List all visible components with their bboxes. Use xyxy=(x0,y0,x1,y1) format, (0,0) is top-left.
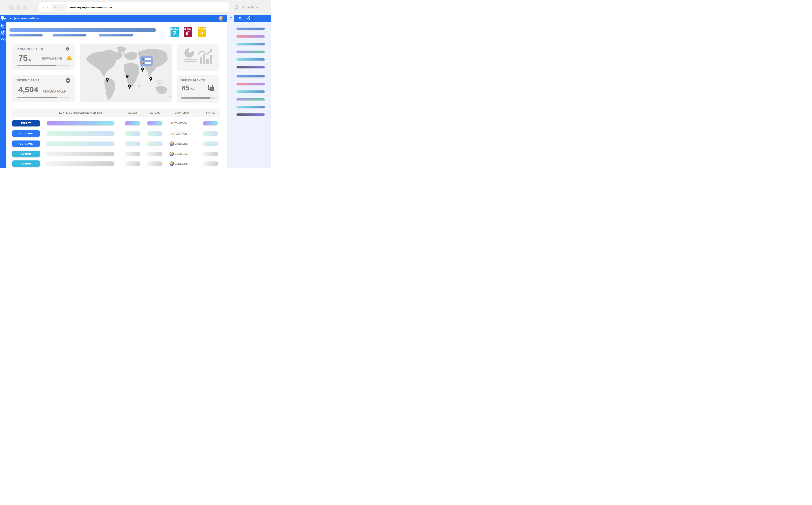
tab-edit[interactable] xyxy=(245,15,252,22)
sdg-badge-7[interactable]: 7AFFORDABLE AND CLEAN ENERGY xyxy=(198,27,206,37)
documents-add-icon[interactable] xyxy=(208,85,215,93)
row-avatar xyxy=(169,142,174,146)
updated-by-cell: JANE DOE xyxy=(169,141,202,147)
sidebar-profile-button[interactable] xyxy=(1,30,5,35)
row-level-pill[interactable]: OUTCOME xyxy=(12,130,40,137)
table-row: OUTPUTJOHN DOE xyxy=(6,151,271,157)
sidebar-divider xyxy=(1,36,6,37)
svg-text:TM: TM xyxy=(5,16,6,16)
table-row: OUTCOMEJANE DOE xyxy=(6,141,271,147)
kpi-placeholder-bar xyxy=(47,121,114,125)
table-row: OUTPUTJANE DOE xyxy=(6,160,271,167)
actual-pill xyxy=(147,161,162,166)
sdg-label: AFFORDABLE AND CLEAN ENERGY xyxy=(201,28,206,31)
sdg-goal-icon xyxy=(199,31,204,36)
col-header-updated-by: UPDATED BY xyxy=(171,109,194,117)
beneficiaries-title: BENEFICIARIES xyxy=(17,79,39,82)
sidebar-messages-button[interactable] xyxy=(1,38,6,42)
back-icon[interactable]: ‹ xyxy=(42,5,45,9)
due-diligence-value: 85 % xyxy=(182,84,194,92)
due-diligence-title: DUE DILIGENCE xyxy=(181,79,205,82)
col-header-target: TARGET xyxy=(126,109,140,117)
due-diligence-progress xyxy=(181,98,215,99)
page-title: Project Level Dashboard xyxy=(10,15,41,22)
updated-by-cell: AUTOMATION xyxy=(169,120,202,127)
target-pill xyxy=(125,152,140,156)
sdg-number: 8 xyxy=(184,28,186,30)
skeleton-sub-bar xyxy=(9,34,43,36)
browser-bar: ‹ › https:// www.mysuperhumanrace.com Ho… xyxy=(0,0,271,15)
row-level-pill[interactable]: OUTPUT xyxy=(12,151,40,157)
skeleton-sub-bar xyxy=(99,34,133,36)
skeleton-sub-bar xyxy=(52,34,86,36)
kpi-table-header: KEY PERFORMANCE INDICATOR (KPI) TARGET A… xyxy=(12,109,220,117)
skeleton-title-bar xyxy=(9,28,156,32)
charts-placeholder-graphic xyxy=(177,44,219,71)
protocol-chip: https:// xyxy=(51,4,66,11)
col-header-kpi: KEY PERFORMANCE INDICATOR (KPI) xyxy=(50,109,111,117)
status-pill xyxy=(203,121,218,125)
updated-by-cell: JANE DOE xyxy=(169,160,202,167)
row-level-pill[interactable]: OUTPUT xyxy=(12,160,40,167)
updated-by-name: JOHN DOE xyxy=(175,152,188,156)
sdg-number: 7 xyxy=(198,28,200,30)
status-pill xyxy=(203,152,218,156)
window-dot-2[interactable] xyxy=(16,5,20,10)
view-eye-icon[interactable] xyxy=(65,47,70,51)
due-diligence-card: DUE DILIGENCE 85 % xyxy=(177,75,219,103)
gear-icon xyxy=(238,16,242,21)
actual-pill xyxy=(147,152,162,156)
sdg-badge-8[interactable]: 8DECENT WORK AND ECONOMIC GROWTH xyxy=(184,27,192,37)
row-level-pill[interactable]: IMPACT xyxy=(12,120,40,127)
sidebar-divider xyxy=(1,22,6,23)
panel-skeleton-bar xyxy=(237,43,265,45)
charts-placeholder-card[interactable] xyxy=(177,44,219,71)
logo-birds[interactable]: TM xyxy=(0,15,6,22)
status-pill xyxy=(203,161,218,166)
row-level-pill[interactable]: OUTCOME xyxy=(12,141,40,147)
add-record-button[interactable]: + xyxy=(65,78,71,83)
main-content: 6CLEAN WATER AND SANITATION8DECENT WORK … xyxy=(6,22,227,168)
sdg-label: CLEAN WATER AND SANITATION xyxy=(174,28,178,31)
forward-icon[interactable]: › xyxy=(46,5,49,9)
project-health-value: 75% xyxy=(18,53,31,63)
reload-icon[interactable] xyxy=(234,5,239,9)
screen: ‹ › https:// www.mysuperhumanrace.com Ho… xyxy=(0,0,271,168)
status-pill xyxy=(203,142,218,146)
tooltip-text-line xyxy=(145,58,151,59)
table-row: IMPACTAUTOMATION xyxy=(6,120,271,127)
kpi-placeholder-bar xyxy=(47,142,114,146)
left-sidebar: TM xyxy=(0,15,6,168)
target-pill xyxy=(125,142,140,146)
header-separator xyxy=(244,16,244,21)
map-pin[interactable] xyxy=(149,77,152,81)
tab-view[interactable] xyxy=(227,15,234,22)
tooltip-avatar xyxy=(141,61,144,64)
panel-skeleton-bar xyxy=(237,50,265,53)
sidebar-add-button[interactable] xyxy=(1,24,5,28)
updated-by-cell: AUTOMATION xyxy=(169,130,202,137)
tooltip-text-line xyxy=(145,59,151,60)
url-text[interactable]: www.mysuperhumanrace.com xyxy=(70,2,112,12)
panel-skeleton-bar xyxy=(237,75,265,77)
status-pill xyxy=(203,131,218,136)
map-pin[interactable] xyxy=(128,85,131,89)
target-pill xyxy=(125,161,140,166)
sdg-badge-6[interactable]: 6CLEAN WATER AND SANITATION xyxy=(170,27,179,37)
url-bar[interactable]: ‹ › https:// www.mysuperhumanrace.com xyxy=(39,2,229,12)
kpi-placeholder-bar xyxy=(47,152,114,156)
window-dot-1[interactable] xyxy=(9,5,14,10)
beneficiaries-value: 4,504 xyxy=(18,85,38,94)
beneficiaries-progress xyxy=(17,97,70,99)
map-pin[interactable] xyxy=(106,78,109,82)
updated-by-name: JANE DOE xyxy=(175,142,187,145)
updated-by-name: JANE DOE xyxy=(175,162,187,165)
map-pin[interactable] xyxy=(126,74,129,78)
user-avatar[interactable] xyxy=(219,16,223,21)
tab-settings[interactable] xyxy=(237,15,244,22)
kpi-placeholder-bar xyxy=(47,131,114,136)
panel-skeleton-bar xyxy=(237,28,265,30)
home-page-link[interactable]: Home Page xyxy=(242,0,258,15)
panel-skeleton-bar xyxy=(237,66,265,68)
window-dot-3[interactable] xyxy=(22,5,27,10)
